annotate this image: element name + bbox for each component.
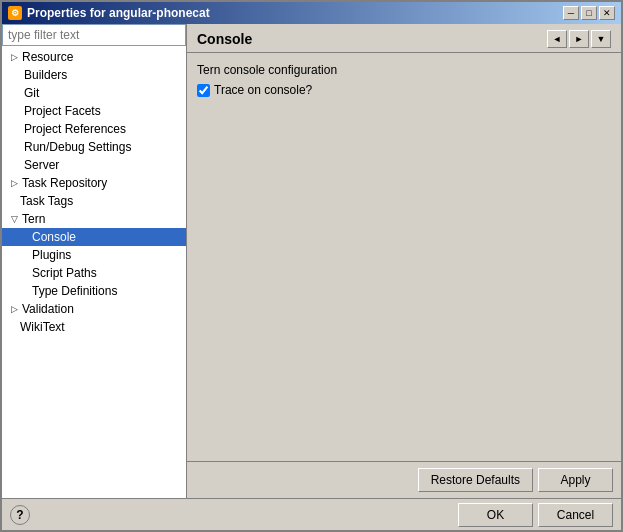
- tree-item-plugins[interactable]: Plugins: [2, 246, 186, 264]
- trace-checkbox[interactable]: [197, 84, 210, 97]
- config-section: Tern console configuration Trace on cons…: [197, 63, 611, 97]
- tree-label-type-definitions: Type Definitions: [32, 284, 117, 298]
- bottom-buttons: Restore Defaults Apply: [187, 461, 621, 498]
- tree-item-git[interactable]: Git: [2, 84, 186, 102]
- tree-item-task-tags[interactable]: Task Tags: [2, 192, 186, 210]
- panel-content: Tern console configuration Trace on cons…: [187, 53, 621, 461]
- tree-toggle-resource[interactable]: ▷: [8, 51, 20, 63]
- content-area: ▷ Resource Builders: [2, 24, 621, 530]
- tree-item-wikitext[interactable]: WikiText: [2, 318, 186, 336]
- title-bar: ⚙ Properties for angular-phonecat ─ □ ✕: [2, 2, 621, 24]
- tree-label-project-references: Project References: [24, 122, 126, 136]
- tree-container: ▷ Resource Builders: [2, 46, 186, 498]
- nav-back-button[interactable]: ◄: [547, 30, 567, 48]
- tree-label-task-repository: Task Repository: [22, 176, 107, 190]
- help-button[interactable]: ?: [10, 505, 30, 525]
- nav-forward-button[interactable]: ►: [569, 30, 589, 48]
- tree-label-tern: Tern: [22, 212, 45, 226]
- filter-input[interactable]: [2, 24, 186, 46]
- tree-toggle-task-repository[interactable]: ▷: [8, 177, 20, 189]
- tree-label-server: Server: [24, 158, 59, 172]
- panel-header: Console ◄ ► ▼: [187, 24, 621, 53]
- config-label: Tern console configuration: [197, 63, 611, 77]
- main-panel: ▷ Resource Builders: [2, 24, 621, 498]
- window-icon: ⚙: [8, 6, 22, 20]
- tree-item-tern[interactable]: ▽ Tern: [2, 210, 186, 228]
- ok-button[interactable]: OK: [458, 503, 533, 527]
- tree-item-server[interactable]: Server: [2, 156, 186, 174]
- nav-dropdown-button[interactable]: ▼: [591, 30, 611, 48]
- tree-item-project-facets[interactable]: Project Facets: [2, 102, 186, 120]
- properties-window: ⚙ Properties for angular-phonecat ─ □ ✕ …: [0, 0, 623, 532]
- tree-toggle-validation[interactable]: ▷: [8, 303, 20, 315]
- close-button[interactable]: ✕: [599, 6, 615, 20]
- minimize-button[interactable]: ─: [563, 6, 579, 20]
- apply-button[interactable]: Apply: [538, 468, 613, 492]
- tree-label-task-tags: Task Tags: [20, 194, 73, 208]
- tree-label-project-facets: Project Facets: [24, 104, 101, 118]
- tree-label-run-debug: Run/Debug Settings: [24, 140, 131, 154]
- tree-item-console[interactable]: Console: [2, 228, 186, 246]
- tree-label-resource: Resource: [22, 50, 73, 64]
- cancel-button[interactable]: Cancel: [538, 503, 613, 527]
- tree-item-script-paths[interactable]: Script Paths: [2, 264, 186, 282]
- tree-item-project-references[interactable]: Project References: [2, 120, 186, 138]
- footer-buttons: OK Cancel: [458, 503, 613, 527]
- trace-checkbox-row: Trace on console?: [197, 83, 611, 97]
- tree-item-task-repository[interactable]: ▷ Task Repository: [2, 174, 186, 192]
- tree-item-builders[interactable]: Builders: [2, 66, 186, 84]
- tree-item-type-definitions[interactable]: Type Definitions: [2, 282, 186, 300]
- tree-label-wikitext: WikiText: [20, 320, 65, 334]
- tree-item-run-debug[interactable]: Run/Debug Settings: [2, 138, 186, 156]
- trace-checkbox-label: Trace on console?: [214, 83, 312, 97]
- tree-label-script-paths: Script Paths: [32, 266, 97, 280]
- tree-label-plugins: Plugins: [32, 248, 71, 262]
- left-panel: ▷ Resource Builders: [2, 24, 187, 498]
- window-controls: ─ □ ✕: [563, 6, 615, 20]
- panel-nav: ◄ ► ▼: [547, 30, 611, 48]
- right-panel: Console ◄ ► ▼ Tern console configuration…: [187, 24, 621, 498]
- tree-item-validation[interactable]: ▷ Validation: [2, 300, 186, 318]
- footer: ? OK Cancel: [2, 498, 621, 530]
- restore-defaults-button[interactable]: Restore Defaults: [418, 468, 533, 492]
- tree-label-builders: Builders: [24, 68, 67, 82]
- tree-label-validation: Validation: [22, 302, 74, 316]
- tree-label-console: Console: [32, 230, 76, 244]
- window-title: Properties for angular-phonecat: [27, 6, 210, 20]
- title-bar-content: ⚙ Properties for angular-phonecat: [8, 6, 210, 20]
- tree-label-git: Git: [24, 86, 39, 100]
- tree-toggle-tern[interactable]: ▽: [8, 213, 20, 225]
- tree-item-resource[interactable]: ▷ Resource: [2, 48, 186, 66]
- maximize-button[interactable]: □: [581, 6, 597, 20]
- panel-title: Console: [197, 31, 252, 47]
